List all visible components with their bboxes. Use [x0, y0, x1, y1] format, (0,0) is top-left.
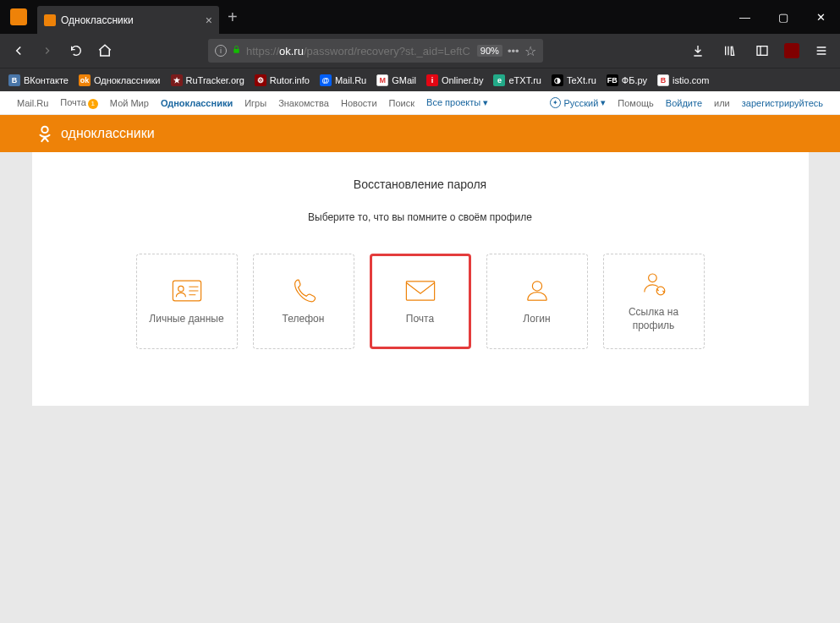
or-text: или [714, 98, 730, 108]
window-controls: — ▢ ✕ [726, 0, 840, 34]
option-label: Почта [406, 313, 434, 326]
zoom-level[interactable]: 90% [477, 45, 502, 57]
bookmark-favicon: @ [320, 74, 332, 86]
bookmark-item[interactable]: Bistio.com [657, 74, 709, 86]
download-icon[interactable] [688, 41, 708, 61]
page-viewport: Mail.Ru Почта1 Мой Мир Одноклассники Игр… [0, 91, 840, 623]
sidebar-icon[interactable] [752, 41, 772, 61]
bookmark-item[interactable]: FBФБ.py [607, 74, 647, 86]
help-link[interactable]: Помощь [618, 98, 654, 108]
svg-point-2 [41, 127, 47, 133]
option-label: Личные данные [149, 313, 223, 326]
portal-link-active[interactable]: Одноклассники [161, 98, 233, 108]
card-title: Восстановление пароля [74, 178, 766, 191]
back-button[interactable] [8, 41, 29, 61]
page-action-icon[interactable]: ••• [508, 45, 519, 57]
bookmark-favicon: ★ [171, 74, 183, 86]
envelope-icon [404, 277, 436, 304]
tab-title: Одноклассники [61, 14, 200, 26]
option-login[interactable]: Логин [486, 254, 588, 349]
portal-link[interactable]: Mail.Ru [17, 98, 48, 108]
bookmark-label: GMail [392, 75, 416, 85]
svg-rect-0 [233, 49, 239, 53]
minimize-button[interactable]: — [726, 0, 764, 34]
svg-point-4 [178, 286, 183, 291]
ublock-icon[interactable] [784, 43, 799, 58]
portal-link-projects[interactable]: Все проекты ▾ [426, 97, 488, 108]
browser-tab[interactable]: Одноклассники × [37, 6, 219, 34]
bookmark-item[interactable]: BВКонтакте [8, 74, 69, 86]
reload-button[interactable] [66, 41, 86, 61]
bookmark-label: Одноклассники [94, 75, 161, 85]
globe-icon: ✦ [550, 97, 561, 108]
bookmark-favicon: i [426, 74, 438, 86]
close-tab-icon[interactable]: × [206, 14, 212, 27]
language-selector[interactable]: ✦Русский ▾ [550, 97, 606, 108]
bookmark-label: ФБ.py [622, 75, 647, 85]
url-bar[interactable]: i https://ok.ru/password/recovery?st._ai… [208, 39, 543, 63]
ok-logo[interactable]: одноклассники [36, 124, 155, 143]
bookmark-label: istio.com [673, 75, 709, 85]
bookmark-label: Onliner.by [442, 75, 484, 85]
bookmark-favicon: e [493, 74, 505, 86]
bookmark-item[interactable]: ★RuTracker.org [171, 74, 244, 86]
bookmark-item[interactable]: MGMail [376, 74, 416, 86]
portal-link[interactable]: Поиск [389, 98, 415, 108]
browser-toolbar: i https://ok.ru/password/recovery?st._ai… [0, 34, 840, 68]
portal-link[interactable]: Знакомства [278, 98, 329, 108]
window-titlebar: Одноклассники × + — ▢ ✕ [0, 0, 840, 34]
bookmarks-bar: BВКонтактеokОдноклассники★RuTracker.org⚙… [0, 68, 840, 91]
firefox-icon [10, 8, 27, 25]
bookmark-favicon: ⚙ [255, 74, 266, 86]
bookmark-favicon: ok [79, 74, 91, 86]
option-label: Логин [523, 313, 550, 326]
option-label: Телефон [283, 313, 325, 326]
chevron-down-icon: ▾ [483, 97, 488, 107]
svg-rect-5 [406, 281, 434, 300]
option-personal[interactable]: Личные данные [136, 254, 238, 349]
forward-button[interactable] [37, 41, 58, 61]
home-button[interactable] [95, 41, 115, 61]
ok-logo-icon [36, 124, 54, 143]
phone-icon [288, 277, 320, 304]
option-email[interactable]: Почта [370, 254, 471, 349]
bookmark-item[interactable]: iOnliner.by [426, 74, 484, 86]
card-subtitle: Выберите то, что вы помните о своём проф… [74, 211, 766, 223]
bookmark-item[interactable]: okОдноклассники [79, 74, 161, 86]
svg-point-7 [648, 274, 656, 282]
bookmark-label: Mail.Ru [335, 75, 366, 85]
portal-nav: Mail.Ru Почта1 Мой Мир Одноклассники Игр… [0, 91, 840, 115]
new-tab-button[interactable]: + [228, 8, 238, 27]
bookmark-item[interactable]: @Mail.Ru [320, 74, 366, 86]
bookmark-label: Rutor.info [270, 75, 310, 85]
site-info-icon[interactable]: i [215, 45, 227, 57]
bookmark-favicon: B [657, 74, 669, 86]
close-window-button[interactable]: ✕ [802, 0, 840, 34]
portal-link[interactable]: Мой Мир [110, 98, 149, 108]
recovery-options: Личные данные Телефон Почта Логин Ссылка… [74, 254, 766, 349]
option-phone[interactable]: Телефон [253, 254, 354, 349]
user-link-icon [638, 271, 670, 298]
login-link[interactable]: Войдите [666, 98, 702, 108]
bookmark-label: TeXt.ru [567, 75, 596, 85]
ok-header: одноклассники [0, 115, 840, 152]
url-text: https://ok.ru/password/recovery?st._aid=… [246, 45, 470, 57]
bookmark-item[interactable]: ◑TeXt.ru [552, 74, 596, 86]
option-profile-link[interactable]: Ссылка на профиль [603, 254, 705, 349]
app-menu-icon[interactable] [811, 41, 832, 61]
bookmark-item[interactable]: ⚙Rutor.info [255, 74, 310, 86]
bookmark-star-icon[interactable]: ☆ [524, 43, 536, 59]
svg-rect-1 [757, 46, 767, 56]
portal-link[interactable]: Игры [244, 98, 266, 108]
portal-link[interactable]: Новости [341, 98, 377, 108]
maximize-button[interactable]: ▢ [764, 0, 802, 34]
lock-icon [232, 45, 241, 57]
bookmark-item[interactable]: eeTXT.ru [493, 74, 541, 86]
portal-link[interactable]: Почта1 [60, 97, 98, 109]
register-link[interactable]: зарегистрируйтесь [742, 98, 823, 108]
notif-badge: 1 [88, 99, 98, 109]
bookmark-label: eTXT.ru [508, 75, 541, 85]
option-label: Ссылка на профиль [611, 306, 697, 332]
library-icon[interactable] [720, 41, 740, 61]
ok-brand-text: одноклассники [61, 126, 155, 141]
